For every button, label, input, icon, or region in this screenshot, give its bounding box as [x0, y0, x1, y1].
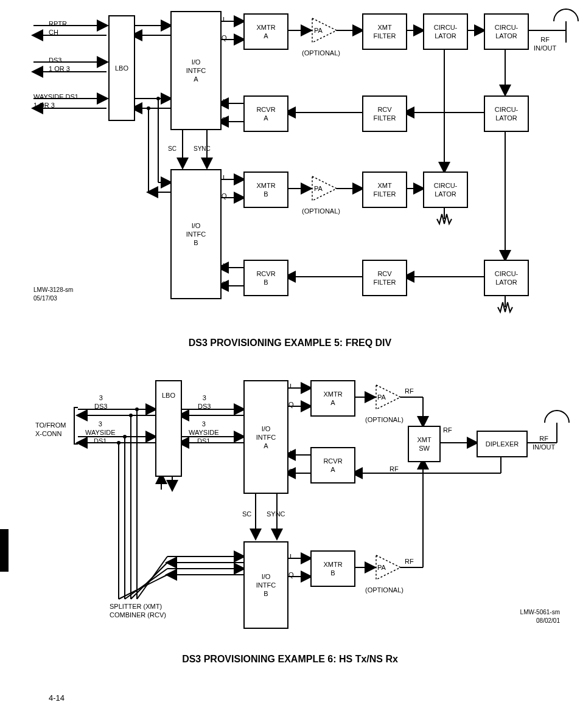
xmtr-a-d2: XMTR A: [310, 380, 355, 417]
rf-a-d2: RF: [405, 387, 414, 395]
doc-d2: LMW-5061-sm 08/02/01: [499, 608, 560, 625]
q3-d2: Q: [288, 570, 294, 579]
rf-inout-d2: RF IN/OUT: [533, 434, 555, 451]
to-from-d2: TO/FROM X-CONN: [35, 421, 66, 438]
pa-b-d2: PA: [377, 563, 386, 572]
page-number: 4-14: [49, 693, 65, 702]
rf-rcv-d2: RF: [390, 465, 399, 473]
i1-d2: I: [290, 382, 292, 390]
svg-line-84: [119, 575, 167, 599]
q2-d2: Q: [288, 467, 294, 476]
io-intfc-b-d2: I/O INTFC B: [243, 541, 288, 629]
3ws-r: 3 WAYSIDE DS1: [189, 420, 219, 445]
io-intfc-a-d2: I/O INTFC A: [243, 380, 288, 494]
optional-a-d2: (OPTIONAL): [365, 415, 404, 424]
3ws-l: 3 WAYSIDE DS1: [85, 420, 116, 445]
rcvr-a-d2: RCVR A: [310, 447, 355, 484]
3ds3-r: 3 DS3: [198, 393, 211, 411]
i2-d2: I: [290, 449, 292, 457]
caption-2: DS3 PROVISIONING EXAMPLE 6: HS Tx/NS Rx: [0, 654, 580, 665]
diagram2-svg: [0, 0, 580, 728]
xmt-sw-d2: XMT SW: [408, 426, 441, 462]
i3-d2: I: [290, 552, 292, 561]
sync-d2: SYNC: [267, 510, 285, 518]
rf-b-d2: RF: [405, 557, 414, 566]
optional-b-d2: (OPTIONAL): [365, 586, 404, 594]
diplexer-d2: DIPLEXER: [477, 431, 528, 457]
3ds3-l: 3 DS3: [94, 393, 107, 411]
splitter-d2: SPLITTER (XMT) COMBINER (RCV): [110, 602, 166, 619]
sc-d2: SC: [242, 510, 251, 518]
pa-a-d2: PA: [377, 393, 386, 401]
rf-sw-d2: RF: [443, 426, 452, 434]
q1-d2: Q: [288, 400, 294, 409]
lbo-d2: LBO: [155, 380, 182, 477]
xmtr-b-d2: XMTR B: [310, 550, 355, 587]
